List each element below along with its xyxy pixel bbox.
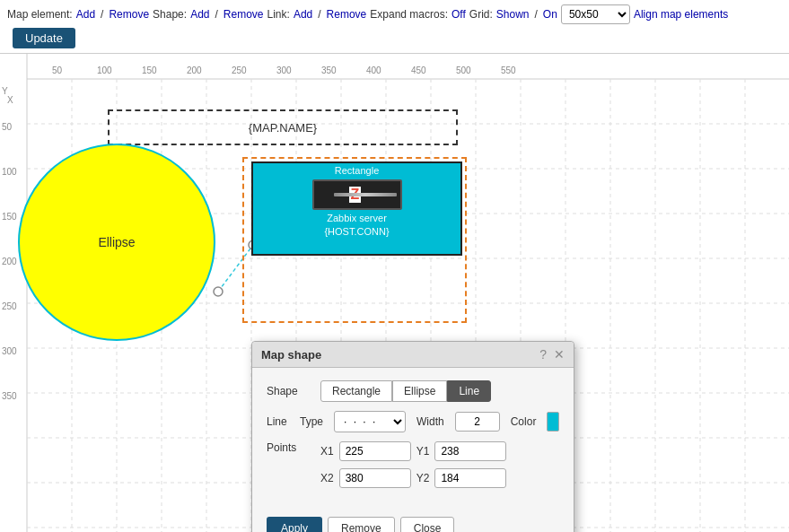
svg-text:100: 100 bbox=[97, 65, 112, 75]
link-label: Link: bbox=[267, 8, 290, 21]
width-label: Width bbox=[416, 415, 444, 428]
svg-text:200: 200 bbox=[187, 65, 202, 75]
width-input[interactable] bbox=[455, 412, 500, 432]
svg-text:350: 350 bbox=[2, 391, 17, 401]
help-icon[interactable]: ? bbox=[539, 347, 547, 362]
points-grid: X1 Y1 X2 Y2 bbox=[320, 441, 506, 488]
svg-text:X: X bbox=[7, 95, 13, 105]
sep4: / bbox=[535, 8, 538, 21]
map-element-add-link[interactable]: Add bbox=[76, 8, 95, 21]
rectangle-title: Rectangle bbox=[253, 163, 460, 178]
map-area: 50 100 150 200 250 300 350 400 450 500 5… bbox=[0, 54, 789, 532]
map-ellipse-element[interactable]: Ellipse bbox=[18, 144, 215, 341]
svg-text:300: 300 bbox=[2, 346, 17, 356]
sep3: / bbox=[318, 8, 320, 21]
color-swatch[interactable] bbox=[547, 412, 559, 432]
svg-text:200: 200 bbox=[2, 257, 17, 266]
line-row: Line Type · · · · ───── - - - - Width Co… bbox=[267, 411, 559, 432]
map-element-label: Map element: bbox=[7, 8, 73, 21]
x1-input[interactable] bbox=[339, 441, 411, 461]
svg-text:300: 300 bbox=[276, 65, 292, 75]
server-label: Zabbix server {HOST.CONN} bbox=[324, 212, 389, 240]
dialog-header-icons: ? ✕ bbox=[539, 347, 565, 362]
points-label: Points bbox=[267, 441, 320, 454]
sep1: / bbox=[101, 8, 103, 21]
server-icon bbox=[312, 179, 402, 210]
server-bar bbox=[334, 193, 397, 196]
shape-rectangle-button[interactable]: Rectangle bbox=[320, 380, 392, 402]
shape-add-link[interactable]: Add bbox=[190, 8, 209, 21]
shape-remove-link[interactable]: Remove bbox=[224, 8, 264, 21]
line-type-select[interactable]: · · · · ───── - - - - bbox=[334, 411, 406, 432]
shape-row: Shape Rectangle Ellipse Line bbox=[267, 380, 559, 402]
shape-ellipse-button[interactable]: Ellipse bbox=[392, 380, 447, 402]
y2-label: Y2 bbox=[416, 472, 430, 484]
svg-text:450: 450 bbox=[411, 65, 426, 75]
ellipse-label: Ellipse bbox=[98, 235, 135, 249]
expand-macros-value[interactable]: Off bbox=[451, 8, 466, 21]
svg-text:50: 50 bbox=[2, 122, 13, 132]
type-label: Type bbox=[300, 415, 323, 428]
shape-label: Shape: bbox=[153, 8, 187, 21]
shape-line-button[interactable]: Line bbox=[447, 380, 491, 402]
update-button[interactable]: Update bbox=[13, 28, 75, 48]
svg-text:250: 250 bbox=[2, 301, 17, 311]
line-field-label: Line bbox=[267, 415, 293, 428]
shape-button-group: Rectangle Ellipse Line bbox=[320, 380, 491, 402]
map-rectangle-element[interactable]: Rectangle Zabbix server {HOST.CONN} bbox=[251, 161, 462, 256]
x2-label: X2 bbox=[320, 472, 334, 484]
svg-point-50 bbox=[214, 287, 223, 296]
svg-text:50: 50 bbox=[52, 65, 63, 75]
map-name-box: {MAP.NAME} bbox=[108, 109, 458, 145]
link-remove-link[interactable]: Remove bbox=[327, 8, 367, 21]
shape-field-label: Shape bbox=[267, 385, 320, 397]
svg-text:Y: Y bbox=[2, 86, 8, 96]
map-name-text: {MAP.NAME} bbox=[249, 121, 317, 135]
svg-text:400: 400 bbox=[366, 65, 381, 75]
dialog-footer: Apply Remove Close bbox=[252, 510, 574, 532]
points-row: Points X1 Y1 X2 Y2 bbox=[267, 441, 559, 488]
remove-button[interactable]: Remove bbox=[328, 517, 395, 532]
y2-input[interactable] bbox=[434, 468, 506, 488]
close-button[interactable]: Close bbox=[400, 517, 455, 532]
toolbar: Map element: Add / Remove Shape: Add / R… bbox=[0, 0, 789, 54]
grid-size-select[interactable]: 50x50 25x25 75x75 100x100 bbox=[561, 4, 630, 24]
svg-line-48 bbox=[218, 245, 253, 292]
map-shape-dialog: Map shape ? ✕ Shape Rectangle Ellipse Li… bbox=[251, 341, 574, 532]
svg-text:100: 100 bbox=[2, 167, 17, 177]
sep2: / bbox=[215, 8, 218, 21]
grid-on-link[interactable]: On bbox=[543, 8, 557, 21]
svg-text:550: 550 bbox=[501, 65, 516, 75]
svg-text:250: 250 bbox=[232, 65, 247, 75]
x2-input[interactable] bbox=[339, 468, 411, 488]
dialog-header: Map shape ? ✕ bbox=[252, 342, 574, 368]
close-icon[interactable]: ✕ bbox=[554, 347, 565, 362]
svg-text:150: 150 bbox=[142, 65, 157, 75]
apply-button[interactable]: Apply bbox=[267, 517, 322, 532]
y1-label: Y1 bbox=[416, 445, 430, 458]
color-label: Color bbox=[511, 415, 537, 428]
svg-text:350: 350 bbox=[321, 65, 337, 75]
y1-input[interactable] bbox=[434, 441, 506, 461]
x1-label: X1 bbox=[320, 445, 334, 458]
map-element-remove-link[interactable]: Remove bbox=[109, 8, 149, 21]
dialog-title: Map shape bbox=[261, 348, 321, 362]
align-map-elements-link[interactable]: Align map elements bbox=[634, 8, 728, 21]
svg-text:500: 500 bbox=[456, 65, 471, 75]
svg-text:150: 150 bbox=[2, 212, 17, 222]
link-add-link[interactable]: Add bbox=[294, 8, 312, 21]
dialog-body: Shape Rectangle Ellipse Line Line Type ·… bbox=[252, 368, 574, 510]
expand-macros-label: Expand macros: bbox=[370, 8, 448, 21]
grid-shown-link[interactable]: Shown bbox=[496, 8, 530, 21]
grid-label: Grid: bbox=[469, 8, 493, 21]
